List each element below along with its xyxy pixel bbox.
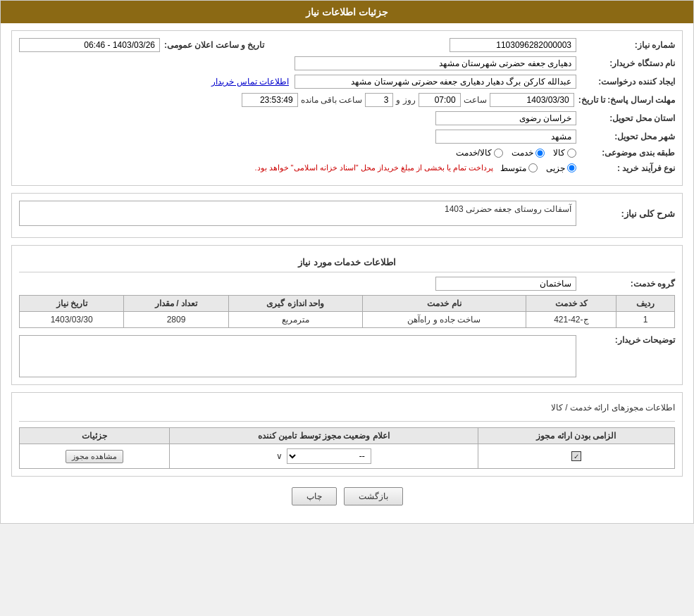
need-number-value: 1103096282000003	[450, 38, 576, 52]
reply-date-value: 1403/03/30	[490, 93, 574, 107]
permit-col-required: الزامی بودن ارائه مجوز	[478, 428, 674, 444]
category-label-khedmat: خدمت	[512, 148, 533, 158]
purchase-type-label: نوع فرآیند خرید :	[576, 163, 675, 173]
reply-deadline-row: مهلت ارسال پاسخ: تا تاریخ: 1403/03/30 سا…	[19, 93, 675, 107]
reply-days-label: روز و	[393, 95, 418, 105]
service-group-row: گروه خدمت: ساختمان	[19, 277, 675, 291]
creator-value: عبدالله کارکن برگ دهیار دهیاری جعفه حضرت…	[295, 75, 576, 89]
permit-status-select[interactable]: --	[287, 448, 371, 464]
col-code: کد خدمت	[526, 296, 616, 312]
purchase-type-radio-jozi[interactable]	[567, 163, 576, 172]
permits-table: الزامی بودن ارائه مجوز اعلام وضعیت مجوز …	[19, 427, 675, 469]
permit-required-cell: ✓	[478, 444, 674, 469]
purchase-type-radio-group: جزیی متوسط	[500, 163, 576, 173]
province-value: خراسان رضوی	[435, 111, 576, 125]
buyer-desc-textarea[interactable]	[19, 335, 576, 377]
table-cell-3: مترمربع	[228, 312, 362, 328]
category-radio-khedmat[interactable]	[535, 149, 545, 158]
page-header: جزئیات اطلاعات نیاز	[1, 1, 693, 23]
category-radio-kala-khedmat[interactable]	[494, 149, 503, 158]
permit-col-status: اعلام وضعیت مجوز توسط تامین کننده	[169, 428, 478, 444]
purchase-type-label-motevaset: متوسط	[500, 163, 526, 173]
remain-time-label: ساعت باقی مانده	[298, 95, 366, 105]
city-label: شهر محل تحویل:	[576, 132, 675, 142]
button-row: بازگشت چاپ	[11, 487, 683, 505]
public-date-value: 1403/03/26 - 06:46	[19, 38, 160, 52]
remain-time-value: 23:53:49	[242, 93, 298, 107]
creator-row: ایجاد کننده درخواست: عبدالله کارکن برگ د…	[19, 75, 675, 89]
province-row: استان محل تحویل: خراسان رضوی	[19, 111, 675, 125]
table-row: 1ج-42-421ساخت جاده و راه‌آهنمترمربع28091…	[20, 312, 675, 328]
purchase-type-note: پرداخت تمام یا بخشی از مبلغ خریداز محل "…	[250, 162, 500, 174]
table-cell-0: 1	[616, 312, 675, 328]
col-rownum: ردیف	[616, 296, 675, 312]
permit-status-arrow: ∨	[276, 451, 283, 461]
col-name: نام خدمت	[362, 296, 526, 312]
buyer-station-label: نام دستگاه خریدار:	[576, 58, 675, 68]
print-button[interactable]: چاپ	[292, 487, 337, 505]
buyer-station-value: دهیاری جعفه حضرتی شهرستان مشهد	[295, 56, 576, 70]
purchase-type-radio-motevaset[interactable]	[528, 163, 538, 172]
need-desc-section: شرح کلی نیاز: آسفالت روستای جعفه حضرتی 1…	[11, 193, 683, 238]
table-cell-5: 1403/03/30	[20, 312, 124, 328]
table-cell-2: ساخت جاده و راه‌آهن	[362, 312, 526, 328]
category-radio-kala[interactable]	[567, 149, 576, 158]
need-desc-label: شرح کلی نیاز:	[576, 208, 675, 219]
city-row: شهر محل تحویل: مشهد	[19, 130, 675, 144]
back-button[interactable]: بازگشت	[344, 487, 403, 505]
col-date: تاریخ نیاز	[20, 296, 124, 312]
buyer-desc-label: توضیحات خریدار:	[576, 335, 675, 345]
reply-days-value: 3	[365, 93, 393, 107]
permits-section-title: اطلاعات مجوزهای ارائه خدمت / کالا	[19, 400, 675, 415]
need-number-row: شماره نیاز: 1103096282000003 تاریخ و ساع…	[19, 38, 675, 52]
page-wrapper: جزئیات اطلاعات نیاز شماره نیاز: 11030962…	[0, 0, 694, 524]
col-quantity: تعداد / مقدار	[124, 296, 228, 312]
category-option-kala[interactable]: کالا	[553, 148, 576, 158]
permit-detail-cell: مشاهده مجوز	[20, 444, 170, 469]
province-label: استان محل تحویل:	[576, 113, 675, 123]
permit-row: ✓ -- ∨ مشاهده مجوز	[20, 444, 675, 469]
purchase-type-jozi[interactable]: جزیی	[546, 163, 576, 173]
reply-time-label: ساعت	[461, 95, 490, 105]
category-label: طبقه بندی موضوعی:	[576, 148, 675, 158]
buyer-desc-row: توضیحات خریدار:	[19, 335, 675, 377]
category-row: طبقه بندی موضوعی: کالا خدمت کالا/خدمت	[19, 148, 675, 158]
col-unit: واحد اندازه گیری	[228, 296, 362, 312]
permit-col-details: جزئیات	[20, 428, 170, 444]
permits-section: اطلاعات مجوزهای ارائه خدمت / کالا الزامی…	[11, 392, 683, 477]
category-option-kala-khedmat[interactable]: کالا/خدمت	[456, 148, 503, 158]
need-number-label: شماره نیاز:	[576, 40, 675, 50]
buyer-station-row: نام دستگاه خریدار: دهیاری جعفه حضرتی شهر…	[19, 56, 675, 70]
main-content: شماره نیاز: 1103096282000003 تاریخ و ساع…	[1, 23, 693, 523]
table-cell-4: 2809	[124, 312, 228, 328]
services-section: اطلاعات خدمات مورد نیاز گروه خدمت: ساختم…	[11, 245, 683, 385]
services-table: ردیف کد خدمت نام خدمت واحد اندازه گیری ت…	[19, 295, 675, 328]
purchase-type-row: نوع فرآیند خرید : جزیی متوسط پرداخت تمام…	[19, 162, 675, 174]
reply-time-value: 07:00	[419, 93, 461, 107]
need-desc-value: آسفالت روستای جعفه حضرتی 1403	[19, 201, 576, 226]
category-label-kala-khedmat: کالا/خدمت	[456, 148, 492, 158]
permit-status-cell: -- ∨	[169, 444, 478, 469]
service-group-label: گروه خدمت:	[576, 279, 675, 289]
top-info-section: شماره نیاز: 1103096282000003 تاریخ و ساع…	[11, 30, 683, 186]
view-permit-button[interactable]: مشاهده مجوز	[66, 450, 123, 463]
contact-link[interactable]: اطلاعات تماس خریدار	[211, 77, 295, 87]
need-desc-row: شرح کلی نیاز: آسفالت روستای جعفه حضرتی 1…	[19, 201, 675, 226]
page-title: جزئیات اطلاعات نیاز	[306, 6, 388, 18]
permit-checkbox[interactable]: ✓	[571, 451, 581, 461]
divider	[19, 421, 675, 422]
city-value: مشهد	[435, 130, 576, 144]
public-date-label: تاریخ و ساعت اعلان عمومی:	[160, 40, 264, 50]
purchase-type-label-jozi: جزیی	[546, 163, 565, 173]
purchase-type-motevaset[interactable]: متوسط	[500, 163, 538, 173]
category-radio-group: کالا خدمت کالا/خدمت	[456, 148, 576, 158]
table-cell-1: ج-42-421	[526, 312, 616, 328]
services-section-title: اطلاعات خدمات مورد نیاز	[19, 253, 675, 272]
reply-deadline-label: مهلت ارسال پاسخ: تا تاریخ:	[574, 95, 675, 105]
category-label-kala: کالا	[553, 148, 565, 158]
permit-checkbox-wrapper: ✓	[484, 451, 669, 461]
permit-status-wrapper: -- ∨	[175, 448, 472, 464]
service-group-value: ساختمان	[435, 277, 576, 291]
category-option-khedmat[interactable]: خدمت	[512, 148, 545, 158]
creator-label: ایجاد کننده درخواست:	[576, 77, 675, 87]
